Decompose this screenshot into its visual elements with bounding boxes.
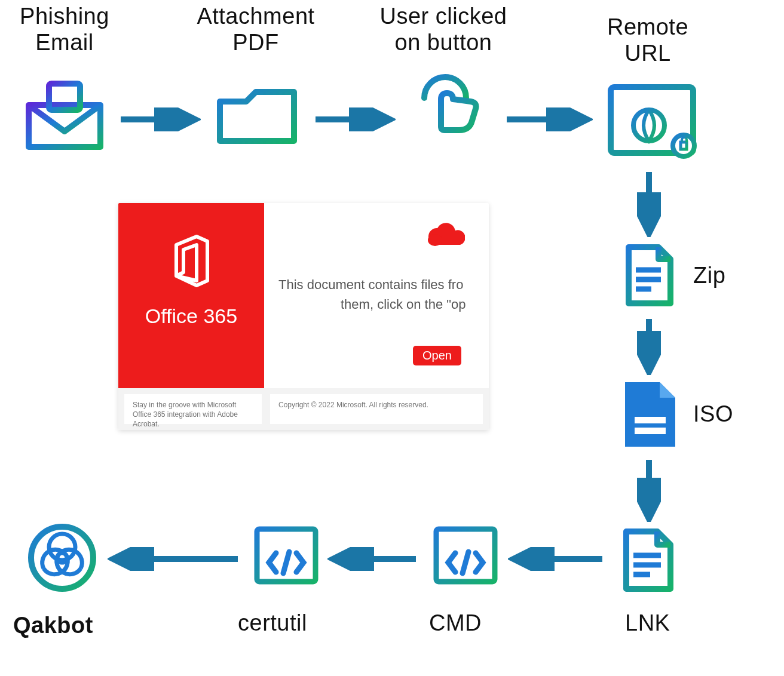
svg-rect-18 [635, 428, 666, 434]
footer-cell-a: Stay in the groove with Microsoft Office… [124, 394, 262, 424]
phishing-dialog: Office 365 This document contains files … [118, 203, 489, 430]
arrow-down-3 [637, 456, 661, 522]
footer-cell-b: Copyright © 2022 Microsoft. All rights r… [270, 394, 483, 424]
label-certutil: certutil [238, 610, 307, 637]
phishing-dialog-brand-panel: Office 365 [118, 203, 264, 388]
label-cmd: CMD [429, 610, 482, 637]
code-window-icon-certutil [253, 526, 319, 590]
label-lnk: LNK [625, 610, 670, 637]
biohazard-icon [26, 522, 98, 596]
code-window-icon-cmd [433, 526, 498, 590]
phishing-dialog-footer: Stay in the groove with Microsoft Office… [118, 388, 489, 430]
label-zip: Zip [693, 263, 725, 289]
arrow-down-1 [637, 168, 661, 237]
open-button[interactable]: Open [413, 346, 461, 365]
arrow-3 [503, 107, 593, 131]
file-icon-iso [621, 380, 679, 453]
phishing-dialog-body-panel: This document contains files fro them, c… [264, 203, 489, 388]
file-icon-zip [623, 244, 676, 312]
label-attachment-pdf: AttachmentPDF [178, 4, 333, 56]
label-phishing-email: PhishingEmail [5, 4, 124, 56]
office-logo-icon [169, 234, 213, 290]
svg-point-32 [31, 527, 93, 589]
svg-line-26 [463, 552, 468, 573]
touch-icon [406, 74, 484, 160]
svg-point-34 [428, 234, 442, 246]
label-user-clicked: User clickedon button [360, 4, 527, 56]
label-iso: ISO [693, 401, 733, 428]
svg-line-30 [283, 552, 289, 573]
office-brand-label: Office 365 [118, 305, 264, 328]
arrow-1 [117, 107, 201, 131]
arrow-2 [312, 107, 396, 131]
email-icon [23, 80, 106, 154]
browser-icon [607, 84, 697, 164]
svg-rect-17 [635, 417, 666, 423]
arrow-left-3 [108, 547, 245, 571]
arrow-down-2 [637, 315, 661, 375]
phishing-dialog-body-text: This document contains files fro them, c… [278, 275, 466, 314]
cloud-icon [423, 221, 465, 251]
label-remote-url: RemoteURL [588, 14, 708, 66]
folder-icon [215, 86, 299, 154]
arrow-left-1 [508, 547, 610, 571]
file-icon-lnk [621, 528, 676, 597]
arrow-left-2 [327, 547, 423, 571]
label-qakbot: Qakbot [13, 613, 93, 639]
